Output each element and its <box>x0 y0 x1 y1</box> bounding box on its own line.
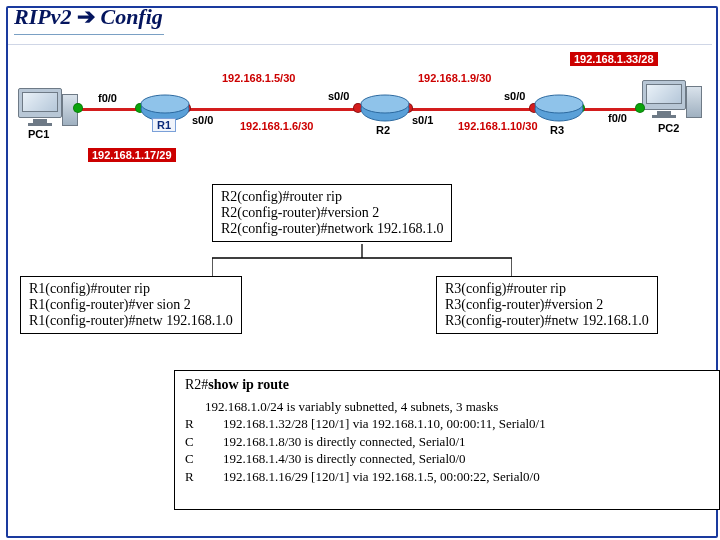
r2-config-box: R2(config)#router rip R2(config-router)#… <box>212 184 452 242</box>
cfg-line: R3(config-router)#netw 192.168.1.0 <box>445 313 649 329</box>
title-rule <box>8 44 712 45</box>
svg-point-5 <box>535 95 583 113</box>
title-text-2: Config <box>95 4 163 29</box>
link-r1-r2 <box>184 108 360 111</box>
r3-label: R3 <box>550 124 564 136</box>
net-label: 192.168.1.9/30 <box>418 72 491 84</box>
subnet-badge: 192.168.1.17/29 <box>88 148 176 162</box>
cfg-line: R1(config-router)#ver sion 2 <box>29 297 233 313</box>
route-row: C192.168.1.8/30 is directly connected, S… <box>185 433 709 451</box>
if-label: s0/0 <box>328 90 349 102</box>
pc1-icon <box>18 88 62 126</box>
if-label: s0/0 <box>192 114 213 126</box>
route-header: R2#show ip route <box>185 377 709 393</box>
pc2-icon <box>642 80 686 118</box>
r2-label: R2 <box>376 124 390 136</box>
net-label: 192.168.1.6/30 <box>240 120 313 132</box>
route-text: 192.168.1.8/30 is directly connected, Se… <box>223 433 466 451</box>
route-summary: 192.168.1.0/24 is variably subnetted, 4 … <box>205 399 709 415</box>
router-r3-icon <box>534 92 584 126</box>
route-code: C <box>185 433 203 451</box>
subnet-badge: 192.168.1.33/28 <box>570 52 658 66</box>
title-text-1: RIPv2 <box>14 4 77 29</box>
router-r2-icon <box>360 92 410 126</box>
svg-point-1 <box>141 95 189 113</box>
route-text: 192.168.1.16/29 [120/1] via 192.168.1.5,… <box>223 468 540 486</box>
if-label: f0/0 <box>608 112 627 124</box>
net-label: 192.168.1.5/30 <box>222 72 295 84</box>
r1-label: R1 <box>152 118 176 132</box>
route-text: 192.168.1.32/28 [120/1] via 192.168.1.10… <box>223 415 546 433</box>
route-text: 192.168.1.4/30 is directly connected, Se… <box>223 450 466 468</box>
cfg-line: R3(config-router)#version 2 <box>445 297 649 313</box>
r1-config-box: R1(config)#router rip R1(config-router)#… <box>20 276 242 334</box>
endpoint-dot <box>74 104 82 112</box>
net-label: 192.168.1.10/30 <box>458 120 538 132</box>
link-r2-r3 <box>406 108 536 111</box>
route-row: R192.168.1.16/29 [120/1] via 192.168.1.5… <box>185 468 709 486</box>
title-underline <box>14 34 164 35</box>
route-prompt: R2# <box>185 377 208 392</box>
endpoint-dot <box>636 104 644 112</box>
cfg-line: R3(config)#router rip <box>445 281 649 297</box>
r3-config-box: R3(config)#router rip R3(config-router)#… <box>436 276 658 334</box>
svg-point-3 <box>361 95 409 113</box>
pc1-label: PC1 <box>28 128 49 140</box>
cfg-line: R1(config-router)#netw 192.168.1.0 <box>29 313 233 329</box>
cfg-line: R2(config)#router rip <box>221 189 443 205</box>
title-arrow-icon: ➔ <box>77 4 95 29</box>
route-cmd: show ip route <box>208 377 289 392</box>
cfg-line: R1(config)#router rip <box>29 281 233 297</box>
route-code: C <box>185 450 203 468</box>
link-pc1-r1 <box>76 108 142 111</box>
pc2-label: PC2 <box>658 122 679 134</box>
if-label: s0/0 <box>504 90 525 102</box>
route-row: C192.168.1.4/30 is directly connected, S… <box>185 450 709 468</box>
route-code: R <box>185 415 203 433</box>
route-code: R <box>185 468 203 486</box>
cfg-line: R2(config-router)#network 192.168.1.0 <box>221 221 443 237</box>
if-label: s0/1 <box>412 114 433 126</box>
cfg-line: R2(config-router)#version 2 <box>221 205 443 221</box>
if-label: f0/0 <box>98 92 117 104</box>
network-topology: PC1 PC2 R1 R2 R3 f0/0 s0/0 s0/0 s0/1 s0/… <box>18 52 702 172</box>
route-row: R192.168.1.32/28 [120/1] via 192.168.1.1… <box>185 415 709 433</box>
link-r3-pc2 <box>578 108 638 111</box>
show-ip-route-box: R2#show ip route 192.168.1.0/24 is varia… <box>174 370 720 510</box>
slide-title: RIPv2 ➔ Config <box>14 4 163 30</box>
